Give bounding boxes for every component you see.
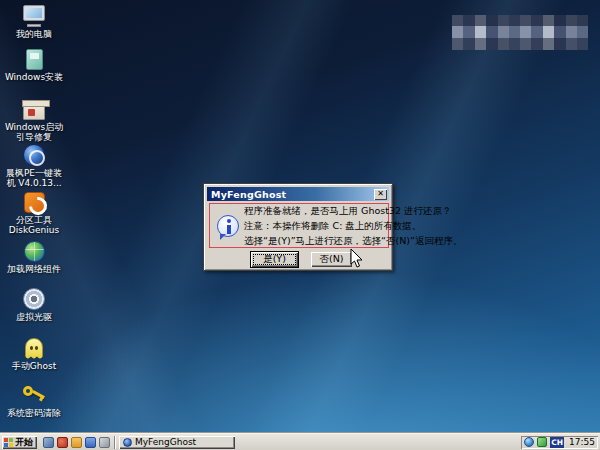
start-label: 开始 xyxy=(15,436,33,449)
network-globe-icon xyxy=(24,237,45,262)
no-button[interactable]: 否(N) xyxy=(311,252,352,267)
start-button[interactable]: 开始 xyxy=(2,436,37,449)
message-line-3: 选择“是(Y)”马上进行还原，选择“否(N)”返回程序。 xyxy=(244,233,462,248)
tray-green-icon[interactable] xyxy=(537,437,547,447)
desktop-icon-label: Windows安装 xyxy=(5,72,63,82)
task-app-icon xyxy=(123,438,132,447)
message-line-2: 注意：本操作将删除 C: 盘上的所有数据。 xyxy=(244,218,462,233)
windows-setup-icon xyxy=(26,45,43,70)
system-tray: CH 17:55 xyxy=(521,436,598,449)
desktop-icon-network-components[interactable]: 加载网络组件 xyxy=(1,237,67,274)
desktop-icon-label-line2: 机 V4.0.13... xyxy=(6,178,61,188)
pixelated-watermark xyxy=(452,15,588,50)
taskbar-task-myfengghost[interactable]: MyFengGhost xyxy=(119,436,235,449)
boot-repair-icon xyxy=(23,95,45,120)
desktop-icon-label: 分区工具 xyxy=(16,215,52,225)
my-computer-icon xyxy=(22,2,46,27)
ghost-icon xyxy=(25,334,43,359)
taskbar: 开始 MyFengGhost CH 17:55 xyxy=(0,433,600,450)
show-desktop-icon[interactable] xyxy=(43,437,54,448)
desktop-icon-boot-repair[interactable]: Windows启动 引导修复 xyxy=(1,95,67,142)
desktop-icon-label: 手动Ghost xyxy=(12,361,56,371)
dialog-titlebar[interactable]: MyFengGhost ✕ xyxy=(207,187,389,201)
quicklaunch-gray-icon[interactable] xyxy=(99,437,110,448)
mouse-cursor xyxy=(350,249,363,269)
folder-icon[interactable] xyxy=(71,437,82,448)
desktop-icon-manual-ghost[interactable]: 手动Ghost xyxy=(1,334,67,371)
chenfeng-pe-icon xyxy=(23,141,45,166)
quick-launch xyxy=(43,437,110,448)
desktop-icon-label: Windows启动 xyxy=(5,122,63,132)
diskgenius-icon xyxy=(24,188,45,213)
task-label: MyFengGhost xyxy=(135,437,196,447)
desktop-icon-my-computer[interactable]: 我的电脑 xyxy=(1,2,67,39)
desktop-icon-label: 加载网络组件 xyxy=(7,264,61,274)
desktop-icon-windows-setup[interactable]: Windows安装 xyxy=(1,45,67,82)
cd-disc-icon xyxy=(23,285,45,310)
desktop-icon-label: 虚拟光驱 xyxy=(16,312,52,322)
desktop-icon-label-line2: DiskGenius xyxy=(9,225,59,235)
desktop-icon-label: 我的电脑 xyxy=(16,29,52,39)
desktop-icon-chenfeng-pe[interactable]: 晨枫PE一键装 机 V4.0.13... xyxy=(1,141,67,188)
desktop-icon-label: 系统密码清除 xyxy=(7,408,61,418)
dialog-title: MyFengGhost xyxy=(211,189,374,200)
quicklaunch-red-icon[interactable] xyxy=(57,437,68,448)
dialog-message: 程序准备就绪，是否马上用 Ghost32 进行还原？ 注意：本操作将删除 C: … xyxy=(244,203,462,248)
taskbar-separator xyxy=(114,436,115,449)
desktop-icon-virtual-cd[interactable]: 虚拟光驱 xyxy=(1,285,67,322)
desktop-icon-password-clear[interactable]: 系统密码清除 xyxy=(1,381,67,418)
message-line-1: 程序准备就绪，是否马上用 Ghost32 进行还原？ xyxy=(244,203,462,218)
dialog-alert-area: 程序准备就绪，是否马上用 Ghost32 进行还原？ 注意：本操作将删除 C: … xyxy=(209,203,389,248)
desktop-icon-label: 晨枫PE一键装 xyxy=(6,168,62,178)
info-icon xyxy=(217,215,239,237)
key-icon xyxy=(22,381,46,406)
tray-network-icon[interactable] xyxy=(524,437,534,447)
taskbar-clock: 17:55 xyxy=(569,437,595,447)
close-icon[interactable]: ✕ xyxy=(374,189,387,200)
window-icon[interactable] xyxy=(85,437,96,448)
windows-logo-icon xyxy=(4,438,13,447)
yes-button[interactable]: 是(Y) xyxy=(250,251,299,268)
desktop-icon-diskgenius[interactable]: 分区工具 DiskGenius xyxy=(1,188,67,235)
myfengghost-dialog: MyFengGhost ✕ 程序准备就绪，是否马上用 Ghost32 进行还原？… xyxy=(203,183,393,271)
language-indicator[interactable]: CH xyxy=(550,437,564,448)
dialog-buttons: 是(Y) 否(N) xyxy=(204,251,392,269)
